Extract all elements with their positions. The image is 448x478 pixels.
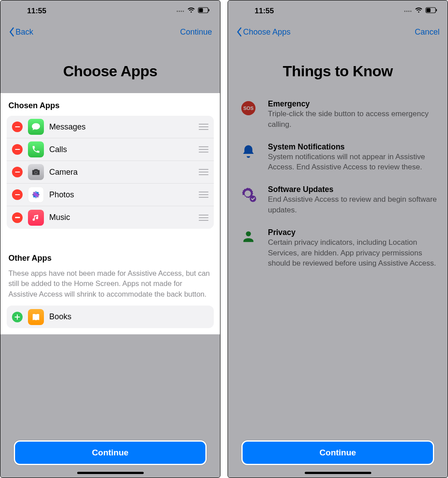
- gear-badge-icon: [239, 185, 258, 215]
- remove-app-button[interactable]: [12, 189, 23, 200]
- calls-app-icon: [28, 141, 44, 157]
- status-bar: 11:55 ••••: [0, 0, 220, 22]
- info-row-privacy: Privacy Certain privacy indicators, incl…: [239, 222, 437, 275]
- svg-rect-14: [427, 8, 431, 12]
- svg-rect-2: [208, 9, 209, 12]
- app-name: Music: [49, 213, 193, 222]
- info-row-notifications: System Notifications System notification…: [239, 136, 437, 179]
- remove-app-button[interactable]: [12, 144, 23, 155]
- wifi-icon: [415, 7, 423, 16]
- chosen-apps-panel: Chosen Apps Messages Calls: [0, 93, 220, 334]
- battery-icon: [425, 7, 438, 16]
- svg-text:SOS: SOS: [243, 106, 253, 111]
- chosen-app-row: Photos: [7, 184, 214, 206]
- app-name: Messages: [49, 122, 193, 132]
- reorder-handle-icon[interactable]: [199, 146, 208, 153]
- sos-icon: SOS: [239, 99, 258, 130]
- page-title: Things to Know: [228, 40, 448, 93]
- svg-point-18: [250, 196, 256, 202]
- chosen-apps-list: Messages Calls Camera: [7, 116, 214, 229]
- back-button[interactable]: Back: [8, 27, 33, 37]
- svg-point-4: [35, 172, 37, 173]
- reorder-handle-icon[interactable]: [199, 192, 208, 198]
- svg-rect-1: [199, 8, 203, 12]
- status-time: 11:55: [255, 7, 274, 16]
- other-app-row: Books: [7, 306, 214, 328]
- remove-app-button[interactable]: [12, 167, 23, 177]
- messages-app-icon: [28, 119, 44, 135]
- back-label: Choose Apps: [243, 27, 291, 37]
- chosen-app-row: Messages: [7, 116, 214, 138]
- photos-app-icon: [28, 187, 44, 203]
- info-list: SOS Emergency Triple-click the side butt…: [228, 93, 448, 275]
- other-apps-header: Other Apps: [7, 254, 214, 268]
- app-name: Calls: [49, 145, 193, 154]
- info-row-emergency: SOS Emergency Triple-click the side butt…: [239, 93, 437, 136]
- app-name: Photos: [49, 190, 193, 200]
- info-body: System notifications will not appear in …: [268, 152, 437, 173]
- continue-button[interactable]: Continue: [241, 440, 434, 465]
- camera-app-icon: [28, 164, 44, 180]
- status-time: 11:55: [27, 7, 46, 16]
- wifi-icon: [187, 7, 195, 16]
- phone-left-choose-apps: 11:55 •••• Back Continue Choose Apps Cho…: [0, 0, 220, 478]
- battery-icon: [198, 7, 210, 16]
- app-name: Books: [49, 312, 208, 321]
- svg-point-19: [246, 231, 251, 236]
- cancel-button[interactable]: Cancel: [415, 27, 440, 37]
- app-name: Camera: [49, 168, 193, 177]
- chevron-left-icon: [236, 27, 242, 37]
- chosen-app-row: Calls: [7, 138, 214, 161]
- bottom-area: Continue: [0, 436, 220, 478]
- info-body: Triple-click the side button to access e…: [268, 109, 437, 130]
- nav-continue-link[interactable]: Continue: [180, 27, 212, 37]
- chosen-apps-header: Chosen Apps: [7, 101, 214, 116]
- cellular-dots-icon: ••••: [404, 9, 412, 14]
- reorder-handle-icon[interactable]: [199, 124, 208, 130]
- info-title: Privacy: [268, 228, 437, 237]
- chevron-left-icon: [8, 27, 15, 37]
- info-body: Certain privacy indicators, including Lo…: [268, 237, 437, 269]
- bell-icon: [239, 142, 258, 173]
- other-apps-description: These apps have not been made for Assist…: [7, 268, 214, 306]
- reorder-handle-icon[interactable]: [199, 169, 208, 175]
- info-title: Emergency: [268, 99, 437, 109]
- nav-bar: Back Continue: [0, 22, 220, 40]
- nav-bar: Choose Apps Cancel: [228, 22, 448, 40]
- add-app-button[interactable]: [12, 312, 23, 322]
- info-row-updates: Software Updates End Assistive Access to…: [239, 179, 437, 222]
- books-app-icon: [28, 309, 44, 325]
- info-title: Software Updates: [268, 185, 437, 194]
- remove-app-button[interactable]: [12, 212, 23, 223]
- remove-app-button[interactable]: [12, 121, 23, 132]
- person-icon: [239, 228, 258, 269]
- status-bar: 11:55 ••••: [228, 0, 448, 22]
- svg-rect-15: [436, 9, 437, 12]
- other-apps-list: Books: [7, 306, 214, 328]
- phone-right-things-to-know: 11:55 •••• Choose Apps Cancel Things to …: [228, 0, 448, 478]
- chosen-app-row: Music: [7, 206, 214, 229]
- page-title: Choose Apps: [0, 40, 220, 93]
- info-body: End Assistive Access to review and begin…: [268, 194, 437, 215]
- back-label: Back: [16, 27, 33, 37]
- music-app-icon: [28, 210, 44, 226]
- info-title: System Notifications: [268, 142, 437, 152]
- bottom-area: Continue: [228, 436, 448, 478]
- back-button[interactable]: Choose Apps: [236, 27, 291, 37]
- cellular-dots-icon: ••••: [177, 9, 185, 14]
- reorder-handle-icon[interactable]: [199, 215, 208, 221]
- continue-button[interactable]: Continue: [14, 440, 207, 465]
- chosen-app-row: Camera: [7, 161, 214, 184]
